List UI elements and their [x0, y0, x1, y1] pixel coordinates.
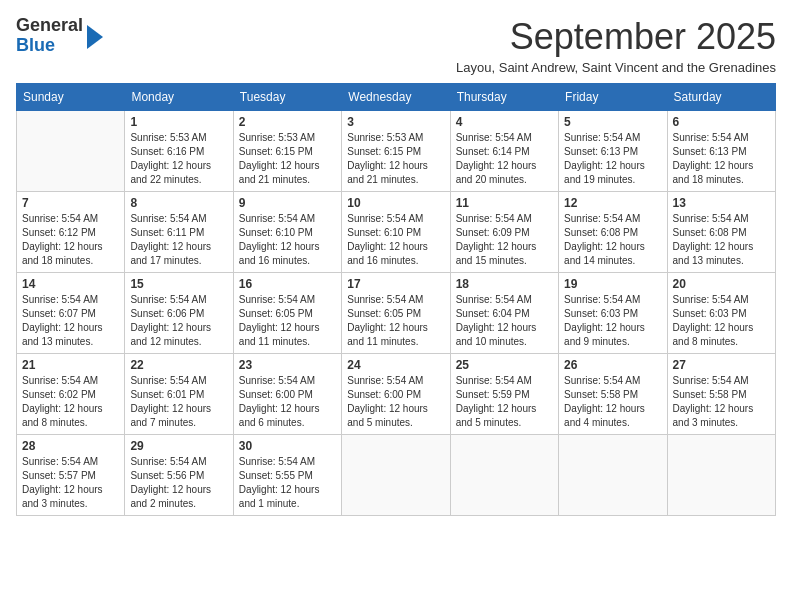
day-number: 3 [347, 115, 444, 129]
day-number: 6 [673, 115, 770, 129]
calendar-cell: 27Sunrise: 5:54 AM Sunset: 5:58 PM Dayli… [667, 354, 775, 435]
day-info: Sunrise: 5:54 AM Sunset: 5:56 PM Dayligh… [130, 455, 227, 511]
day-info: Sunrise: 5:54 AM Sunset: 5:58 PM Dayligh… [673, 374, 770, 430]
day-info: Sunrise: 5:53 AM Sunset: 6:16 PM Dayligh… [130, 131, 227, 187]
calendar-table: SundayMondayTuesdayWednesdayThursdayFrid… [16, 83, 776, 516]
day-number: 19 [564, 277, 661, 291]
day-number: 29 [130, 439, 227, 453]
day-info: Sunrise: 5:54 AM Sunset: 6:04 PM Dayligh… [456, 293, 553, 349]
day-number: 17 [347, 277, 444, 291]
calendar-cell: 11Sunrise: 5:54 AM Sunset: 6:09 PM Dayli… [450, 192, 558, 273]
day-number: 18 [456, 277, 553, 291]
page-header: General Blue September 2025 Layou, Saint… [16, 16, 776, 75]
logo-arrow-icon [87, 25, 103, 49]
logo: General Blue [16, 16, 103, 56]
day-info: Sunrise: 5:54 AM Sunset: 6:02 PM Dayligh… [22, 374, 119, 430]
calendar-cell: 10Sunrise: 5:54 AM Sunset: 6:10 PM Dayli… [342, 192, 450, 273]
day-info: Sunrise: 5:54 AM Sunset: 6:12 PM Dayligh… [22, 212, 119, 268]
calendar-cell: 22Sunrise: 5:54 AM Sunset: 6:01 PM Dayli… [125, 354, 233, 435]
weekday-header-tuesday: Tuesday [233, 84, 341, 111]
calendar-cell: 26Sunrise: 5:54 AM Sunset: 5:58 PM Dayli… [559, 354, 667, 435]
day-info: Sunrise: 5:54 AM Sunset: 6:10 PM Dayligh… [239, 212, 336, 268]
logo-text: General Blue [16, 16, 83, 56]
day-number: 26 [564, 358, 661, 372]
day-info: Sunrise: 5:54 AM Sunset: 6:06 PM Dayligh… [130, 293, 227, 349]
weekday-header-saturday: Saturday [667, 84, 775, 111]
day-number: 7 [22, 196, 119, 210]
weekday-header-friday: Friday [559, 84, 667, 111]
day-number: 10 [347, 196, 444, 210]
day-number: 21 [22, 358, 119, 372]
day-info: Sunrise: 5:53 AM Sunset: 6:15 PM Dayligh… [347, 131, 444, 187]
calendar-cell [450, 435, 558, 516]
day-info: Sunrise: 5:54 AM Sunset: 5:55 PM Dayligh… [239, 455, 336, 511]
day-info: Sunrise: 5:54 AM Sunset: 5:59 PM Dayligh… [456, 374, 553, 430]
calendar-cell: 13Sunrise: 5:54 AM Sunset: 6:08 PM Dayli… [667, 192, 775, 273]
calendar-cell: 24Sunrise: 5:54 AM Sunset: 6:00 PM Dayli… [342, 354, 450, 435]
calendar-cell [559, 435, 667, 516]
day-info: Sunrise: 5:54 AM Sunset: 6:08 PM Dayligh… [673, 212, 770, 268]
day-info: Sunrise: 5:54 AM Sunset: 6:05 PM Dayligh… [347, 293, 444, 349]
day-info: Sunrise: 5:54 AM Sunset: 6:01 PM Dayligh… [130, 374, 227, 430]
day-info: Sunrise: 5:54 AM Sunset: 6:13 PM Dayligh… [564, 131, 661, 187]
day-number: 23 [239, 358, 336, 372]
weekday-header-sunday: Sunday [17, 84, 125, 111]
calendar-cell: 12Sunrise: 5:54 AM Sunset: 6:08 PM Dayli… [559, 192, 667, 273]
day-info: Sunrise: 5:54 AM Sunset: 6:00 PM Dayligh… [347, 374, 444, 430]
day-number: 8 [130, 196, 227, 210]
day-info: Sunrise: 5:54 AM Sunset: 5:57 PM Dayligh… [22, 455, 119, 511]
week-row-5: 28Sunrise: 5:54 AM Sunset: 5:57 PM Dayli… [17, 435, 776, 516]
day-info: Sunrise: 5:54 AM Sunset: 6:03 PM Dayligh… [564, 293, 661, 349]
day-info: Sunrise: 5:54 AM Sunset: 5:58 PM Dayligh… [564, 374, 661, 430]
day-info: Sunrise: 5:54 AM Sunset: 6:07 PM Dayligh… [22, 293, 119, 349]
day-info: Sunrise: 5:54 AM Sunset: 6:05 PM Dayligh… [239, 293, 336, 349]
day-number: 16 [239, 277, 336, 291]
day-number: 22 [130, 358, 227, 372]
day-info: Sunrise: 5:54 AM Sunset: 6:10 PM Dayligh… [347, 212, 444, 268]
logo-general: General [16, 15, 83, 35]
day-number: 9 [239, 196, 336, 210]
day-number: 24 [347, 358, 444, 372]
location-subtitle: Layou, Saint Andrew, Saint Vincent and t… [456, 60, 776, 75]
day-number: 11 [456, 196, 553, 210]
calendar-cell: 9Sunrise: 5:54 AM Sunset: 6:10 PM Daylig… [233, 192, 341, 273]
calendar-cell: 29Sunrise: 5:54 AM Sunset: 5:56 PM Dayli… [125, 435, 233, 516]
calendar-cell: 28Sunrise: 5:54 AM Sunset: 5:57 PM Dayli… [17, 435, 125, 516]
calendar-cell: 5Sunrise: 5:54 AM Sunset: 6:13 PM Daylig… [559, 111, 667, 192]
calendar-cell: 14Sunrise: 5:54 AM Sunset: 6:07 PM Dayli… [17, 273, 125, 354]
day-number: 5 [564, 115, 661, 129]
week-row-2: 7Sunrise: 5:54 AM Sunset: 6:12 PM Daylig… [17, 192, 776, 273]
title-section: September 2025 Layou, Saint Andrew, Sain… [456, 16, 776, 75]
calendar-cell: 6Sunrise: 5:54 AM Sunset: 6:13 PM Daylig… [667, 111, 775, 192]
calendar-cell: 1Sunrise: 5:53 AM Sunset: 6:16 PM Daylig… [125, 111, 233, 192]
calendar-cell: 8Sunrise: 5:54 AM Sunset: 6:11 PM Daylig… [125, 192, 233, 273]
day-number: 14 [22, 277, 119, 291]
calendar-cell [342, 435, 450, 516]
month-title: September 2025 [456, 16, 776, 58]
calendar-cell: 30Sunrise: 5:54 AM Sunset: 5:55 PM Dayli… [233, 435, 341, 516]
weekday-header-row: SundayMondayTuesdayWednesdayThursdayFrid… [17, 84, 776, 111]
day-number: 20 [673, 277, 770, 291]
day-number: 27 [673, 358, 770, 372]
calendar-cell: 2Sunrise: 5:53 AM Sunset: 6:15 PM Daylig… [233, 111, 341, 192]
day-info: Sunrise: 5:53 AM Sunset: 6:15 PM Dayligh… [239, 131, 336, 187]
calendar-cell: 3Sunrise: 5:53 AM Sunset: 6:15 PM Daylig… [342, 111, 450, 192]
day-number: 15 [130, 277, 227, 291]
day-info: Sunrise: 5:54 AM Sunset: 6:09 PM Dayligh… [456, 212, 553, 268]
calendar-cell: 21Sunrise: 5:54 AM Sunset: 6:02 PM Dayli… [17, 354, 125, 435]
weekday-header-wednesday: Wednesday [342, 84, 450, 111]
calendar-cell: 25Sunrise: 5:54 AM Sunset: 5:59 PM Dayli… [450, 354, 558, 435]
day-number: 2 [239, 115, 336, 129]
day-info: Sunrise: 5:54 AM Sunset: 6:14 PM Dayligh… [456, 131, 553, 187]
day-number: 28 [22, 439, 119, 453]
day-number: 1 [130, 115, 227, 129]
day-number: 12 [564, 196, 661, 210]
calendar-cell: 17Sunrise: 5:54 AM Sunset: 6:05 PM Dayli… [342, 273, 450, 354]
day-info: Sunrise: 5:54 AM Sunset: 6:00 PM Dayligh… [239, 374, 336, 430]
calendar-cell [17, 111, 125, 192]
day-number: 25 [456, 358, 553, 372]
logo-blue: Blue [16, 35, 55, 55]
calendar-cell [667, 435, 775, 516]
day-info: Sunrise: 5:54 AM Sunset: 6:11 PM Dayligh… [130, 212, 227, 268]
calendar-cell: 19Sunrise: 5:54 AM Sunset: 6:03 PM Dayli… [559, 273, 667, 354]
